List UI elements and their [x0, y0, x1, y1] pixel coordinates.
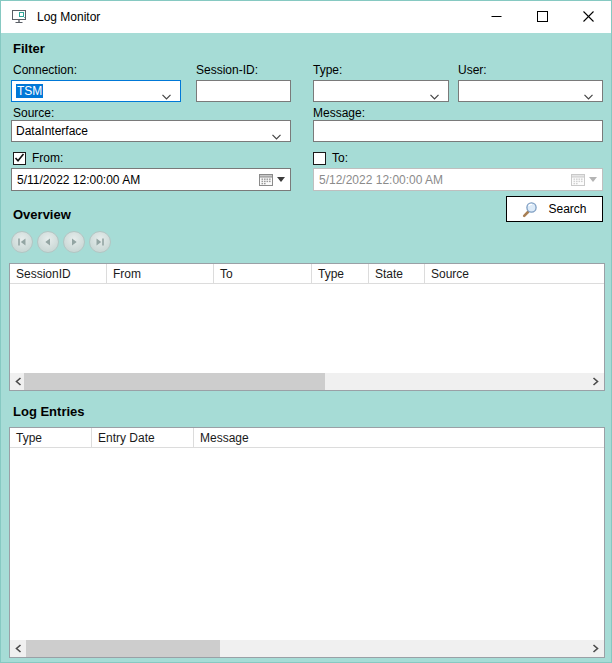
message-input[interactable] — [313, 120, 603, 142]
overview-hscrollbar[interactable] — [10, 373, 604, 390]
type-combobox[interactable] — [313, 80, 449, 102]
column-header-to[interactable]: To — [214, 264, 312, 283]
from-checkbox[interactable] — [13, 152, 26, 165]
app-monitor-icon — [11, 9, 28, 25]
filter-heading: Filter — [13, 41, 45, 56]
pager-navbar — [11, 231, 111, 253]
chevron-down-icon — [430, 89, 439, 103]
log-entries-scroll-thumb[interactable] — [26, 640, 220, 657]
last-page-button[interactable] — [89, 231, 111, 253]
last-page-icon — [95, 237, 105, 247]
first-page-icon — [17, 237, 27, 247]
next-page-icon — [69, 237, 79, 247]
to-checkbox-row: To: — [313, 151, 348, 165]
log-entries-table-body — [10, 448, 604, 640]
log-monitor-window: Log Monitor Filter Connection: S — [0, 0, 612, 663]
maximize-icon — [537, 8, 548, 26]
close-icon — [583, 8, 594, 26]
calendar-icon — [259, 173, 273, 186]
to-checkbox[interactable] — [313, 152, 326, 165]
scroll-left-icon[interactable] — [10, 640, 27, 657]
dropdown-arrow-icon — [589, 177, 597, 182]
dropdown-arrow-icon — [277, 177, 285, 182]
log-entries-hscrollbar[interactable] — [10, 640, 604, 657]
first-page-button[interactable] — [11, 231, 33, 253]
connection-combobox[interactable]: TSM — [11, 80, 181, 102]
search-button-label: Search — [548, 202, 586, 216]
source-value: DataInterface — [16, 124, 88, 138]
message-label: Message: — [313, 106, 365, 120]
next-page-button[interactable] — [63, 231, 85, 253]
chevron-down-icon — [162, 89, 171, 103]
from-checkbox-row: From: — [13, 151, 63, 165]
client-area: Filter Connection: Session-ID: Type: Use… — [1, 33, 611, 662]
session-id-label: Session-ID: — [196, 63, 258, 77]
minimize-button[interactable] — [473, 1, 519, 33]
log-entries-table-header: Type Entry Date Message — [10, 428, 604, 448]
connection-value: TSM — [16, 84, 43, 98]
column-header-state[interactable]: State — [369, 264, 425, 283]
user-label: User: — [458, 63, 487, 77]
close-button[interactable] — [565, 1, 611, 33]
log-entries-table: Type Entry Date Message — [9, 427, 605, 658]
overview-heading: Overview — [13, 207, 71, 222]
to-datepicker[interactable]: 5/12/2022 12:00:00 AM — [313, 168, 603, 191]
column-header-from[interactable]: From — [107, 264, 214, 283]
user-combobox[interactable] — [458, 80, 603, 102]
column-header-type[interactable]: Type — [312, 264, 369, 283]
chevron-down-icon — [272, 129, 281, 143]
column-header-message[interactable]: Message — [194, 428, 604, 447]
search-button[interactable]: Search — [506, 196, 603, 222]
log-entries-heading: Log Entries — [13, 404, 85, 419]
overview-table-body — [10, 284, 604, 373]
to-date-value: 5/12/2022 12:00:00 AM — [319, 173, 443, 187]
type-label: Type: — [313, 63, 342, 77]
caption-buttons — [473, 1, 611, 33]
from-label: From: — [32, 151, 63, 165]
window-title: Log Monitor — [37, 10, 100, 24]
minimize-icon — [491, 8, 502, 26]
connection-label: Connection: — [13, 63, 77, 77]
magnifier-icon — [522, 201, 539, 218]
previous-page-icon — [43, 237, 53, 247]
session-id-input[interactable] — [196, 80, 291, 102]
maximize-button[interactable] — [519, 1, 565, 33]
overview-table-header: SessionID From To Type State Source — [10, 264, 604, 284]
source-combobox[interactable]: DataInterface — [11, 120, 291, 142]
column-header-type[interactable]: Type — [10, 428, 92, 447]
column-header-entry-date[interactable]: Entry Date — [92, 428, 194, 447]
titlebar: Log Monitor — [1, 1, 611, 33]
calendar-icon — [571, 173, 585, 186]
overview-scroll-thumb[interactable] — [24, 373, 325, 390]
checkmark-icon — [14, 153, 25, 163]
to-label: To: — [332, 151, 348, 165]
chevron-down-icon — [584, 89, 593, 103]
overview-table: SessionID From To Type State Source — [9, 263, 605, 391]
column-header-source[interactable]: Source — [425, 264, 604, 283]
from-datepicker[interactable]: 5/11/2022 12:00:00 AM — [11, 168, 291, 191]
source-label: Source: — [13, 106, 54, 120]
scroll-right-icon[interactable] — [587, 373, 604, 390]
column-header-sessionid[interactable]: SessionID — [10, 264, 107, 283]
from-date-value: 5/11/2022 12:00:00 AM — [17, 173, 140, 187]
previous-page-button[interactable] — [37, 231, 59, 253]
scroll-right-icon[interactable] — [587, 640, 604, 657]
